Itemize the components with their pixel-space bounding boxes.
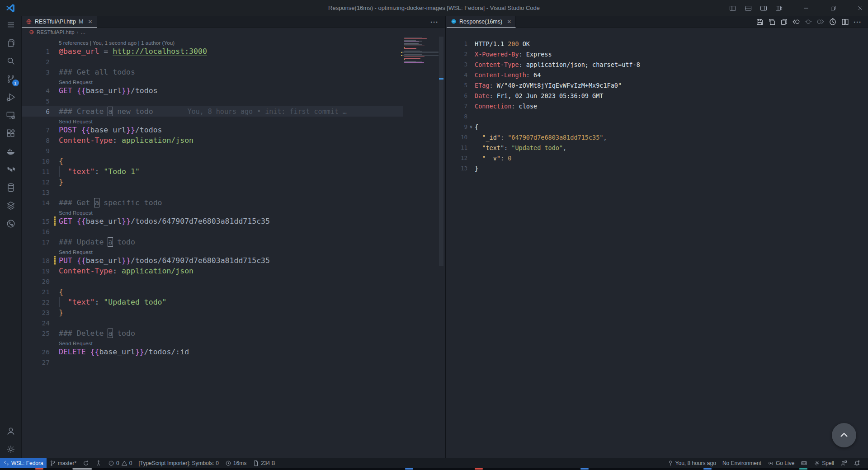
tab-response[interactable]: Response(16ms) ✕ bbox=[447, 16, 516, 28]
line-number[interactable]: 21 bbox=[22, 288, 50, 296]
spell-checker-status[interactable]: Spell bbox=[811, 458, 837, 468]
line-number[interactable]: 8 bbox=[447, 113, 467, 120]
gitlens-blame-status[interactable]: You, 8 hours ago bbox=[664, 458, 719, 468]
line-number[interactable]: 27 bbox=[22, 359, 50, 366]
layers-icon[interactable] bbox=[0, 197, 22, 215]
response-editor[interactable]: 1HTTP/1.1 200 OK2X-Powered-By: Express3C… bbox=[447, 28, 868, 458]
sync-status[interactable] bbox=[80, 458, 92, 468]
line-number[interactable]: 5 bbox=[22, 98, 50, 105]
line-number[interactable]: 13 bbox=[22, 189, 50, 196]
git-branch-status[interactable]: master* bbox=[47, 458, 80, 468]
line-number[interactable]: 10 bbox=[447, 134, 467, 141]
extensions-icon[interactable] bbox=[0, 124, 22, 142]
line-number[interactable]: 7 bbox=[22, 127, 50, 134]
feedback-icon[interactable] bbox=[837, 458, 850, 468]
close-tab-icon[interactable]: ✕ bbox=[507, 19, 511, 25]
line-number[interactable]: 4 bbox=[22, 87, 50, 94]
line-number[interactable]: 1 bbox=[22, 48, 50, 55]
notifications-bell-icon[interactable] bbox=[850, 458, 863, 468]
breadcrumb-symbol[interactable]: … bbox=[80, 29, 86, 35]
settings-gear-icon[interactable] bbox=[0, 440, 22, 458]
line-number[interactable]: 4 bbox=[447, 71, 467, 78]
breadcrumb-file[interactable]: RESTfulAPI.http bbox=[37, 29, 75, 35]
line-number[interactable]: 6 bbox=[447, 92, 467, 99]
codelens-send-request[interactable]: Send Request bbox=[22, 117, 403, 125]
codelens-send-request[interactable]: Send Request bbox=[22, 77, 403, 85]
line-number[interactable]: 1 bbox=[447, 40, 467, 47]
source-control-icon[interactable]: 1 bbox=[0, 70, 22, 88]
search-icon[interactable] bbox=[0, 52, 22, 70]
save-response-body-icon[interactable] bbox=[767, 17, 776, 26]
problems-status[interactable]: 0 0 bbox=[105, 458, 135, 468]
line-number[interactable]: 13 bbox=[447, 165, 467, 172]
layout-customize-icon[interactable] bbox=[771, 0, 787, 16]
line-number[interactable]: 6 bbox=[22, 108, 50, 115]
save-response-icon[interactable] bbox=[755, 17, 764, 26]
line-number[interactable]: 24 bbox=[22, 320, 50, 327]
minimize-icon[interactable] bbox=[798, 0, 814, 16]
go-live-status[interactable]: Go Live bbox=[764, 458, 797, 468]
extension-controller-icon[interactable] bbox=[797, 458, 811, 468]
line-number[interactable]: 26 bbox=[22, 348, 50, 356]
copy-response-body-icon[interactable] bbox=[779, 17, 788, 26]
close-tab-icon[interactable]: ✕ bbox=[88, 19, 92, 25]
line-number[interactable]: 25 bbox=[22, 330, 50, 337]
line-number[interactable]: 12 bbox=[447, 155, 467, 161]
response-timer-icon[interactable] bbox=[828, 17, 837, 26]
line-number[interactable]: 8 bbox=[22, 137, 50, 144]
remote-indicator[interactable]: WSL: Fedora bbox=[0, 458, 47, 468]
response-time-status[interactable]: 16ms bbox=[222, 458, 250, 468]
more-actions-icon[interactable]: ··· bbox=[853, 18, 863, 26]
line-number[interactable]: 12 bbox=[22, 179, 50, 186]
line-number[interactable]: 19 bbox=[22, 268, 50, 275]
unfold-response-icon[interactable] bbox=[816, 17, 825, 26]
split-editor-icon[interactable] bbox=[840, 17, 849, 26]
line-number[interactable]: 22 bbox=[22, 299, 50, 306]
database-icon[interactable] bbox=[0, 179, 22, 197]
scroll-to-top-button[interactable] bbox=[832, 423, 856, 447]
close-window-icon[interactable] bbox=[853, 0, 868, 16]
line-number[interactable]: 3 bbox=[22, 69, 50, 76]
line-number[interactable]: 3 bbox=[447, 61, 467, 68]
minimap[interactable] bbox=[404, 38, 437, 64]
restore-icon[interactable] bbox=[826, 0, 841, 16]
explorer-icon[interactable] bbox=[0, 34, 22, 52]
codelens-send-request[interactable]: Send Request bbox=[22, 208, 403, 216]
line-number[interactable]: 2 bbox=[447, 51, 467, 57]
dot-circle-icon[interactable] bbox=[804, 17, 813, 26]
line-number[interactable]: 14 bbox=[22, 199, 50, 207]
line-number[interactable]: 11 bbox=[447, 144, 467, 151]
line-number[interactable]: 2 bbox=[22, 58, 50, 66]
layout-panel-icon[interactable] bbox=[741, 0, 756, 16]
line-number[interactable]: 18 bbox=[22, 257, 50, 264]
git-graph-icon[interactable] bbox=[0, 215, 22, 233]
line-number[interactable]: 9 bbox=[22, 147, 50, 155]
run-debug-icon[interactable] bbox=[0, 88, 22, 106]
codelens-send-request[interactable]: Send Request bbox=[22, 338, 403, 347]
environment-status[interactable]: No Environment bbox=[719, 458, 764, 468]
line-number[interactable]: 5 bbox=[447, 82, 467, 89]
codelens-send-request[interactable]: Send Request bbox=[22, 247, 403, 255]
ts-importer-status[interactable]: [TypeScript Importer]: Symbols: 0 bbox=[135, 458, 222, 468]
editor-more-actions-icon[interactable]: ··· bbox=[424, 16, 445, 28]
line-number[interactable]: 7 bbox=[447, 103, 467, 109]
remote-explorer-icon[interactable] bbox=[0, 106, 22, 124]
terraform-icon[interactable] bbox=[0, 160, 22, 179]
left-editor-scrollbar[interactable] bbox=[439, 37, 443, 458]
fold-response-icon[interactable] bbox=[792, 17, 801, 26]
line-number[interactable]: 10 bbox=[22, 158, 50, 165]
account-icon[interactable] bbox=[0, 422, 22, 440]
breadcrumb[interactable]: RESTfulAPI.http › … bbox=[22, 28, 445, 36]
tab-restfulapi-http[interactable]: RESTfulAPI.http M ✕ bbox=[22, 16, 97, 28]
line-number[interactable]: 15 bbox=[22, 218, 50, 225]
git-stash-status[interactable] bbox=[92, 458, 105, 468]
response-size-status[interactable]: 234 B bbox=[250, 458, 278, 468]
docker-icon[interactable] bbox=[0, 142, 22, 160]
line-number[interactable]: 11 bbox=[22, 168, 50, 175]
layout-sidebar-left-icon[interactable] bbox=[725, 0, 741, 16]
layout-sidebar-right-icon[interactable] bbox=[756, 0, 771, 16]
menu-icon[interactable] bbox=[0, 16, 22, 34]
line-number[interactable]: 23 bbox=[22, 309, 50, 316]
line-number[interactable]: 16 bbox=[22, 228, 50, 235]
line-number[interactable]: 9 bbox=[447, 123, 467, 130]
